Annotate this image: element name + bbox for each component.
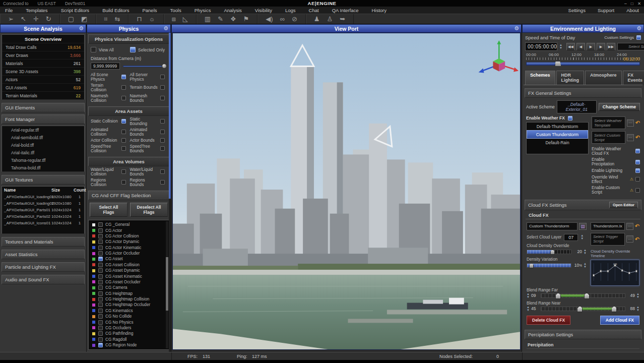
- marquee-select-icon[interactable]: ▢: [68, 16, 74, 22]
- font-list-item[interactable]: Tahoma-bold.tff: [2, 164, 84, 171]
- physics-checkbox[interactable]: [121, 75, 126, 79]
- font-list-item[interactable]: Arial-semibold.tff: [2, 134, 84, 141]
- gear-icon[interactable]: ⚙: [163, 25, 168, 32]
- gear-icon[interactable]: ⚙: [636, 25, 641, 32]
- library-panels-icon[interactable]: ▥: [205, 16, 211, 22]
- select-all-flags-button[interactable]: Select All Flags: [90, 203, 127, 217]
- flag-row[interactable]: CG Heightmap: [89, 291, 169, 296]
- scheme-list-item[interactable]: Default-Rain: [527, 139, 588, 146]
- flag-checkbox[interactable]: [98, 280, 103, 284]
- flag-row[interactable]: CG Actor Kinematic: [89, 245, 169, 251]
- env-tab[interactable]: FX Events: [623, 71, 644, 85]
- deselect-all-flags-button[interactable]: Deselect All Flags: [130, 203, 168, 217]
- blend-near-low-stepper[interactable]: ▲▼: [527, 306, 530, 312]
- play-button[interactable]: ▶: [587, 43, 595, 50]
- env-tab[interactable]: Schemes: [525, 71, 555, 85]
- close-button[interactable]: ✕: [637, 1, 641, 6]
- toggle-checkbox[interactable]: [635, 149, 640, 153]
- density-override-stepper[interactable]: ▲▼: [584, 249, 587, 255]
- physics-checkbox[interactable]: [121, 85, 126, 90]
- flag-checkbox[interactable]: [98, 239, 103, 244]
- toggle-checkbox[interactable]: [635, 160, 640, 164]
- flag-checkbox[interactable]: [98, 268, 103, 273]
- physics-checkbox[interactable]: [160, 85, 165, 90]
- menu-item[interactable]: Chat: [309, 8, 319, 13]
- font-list-item[interactable]: Arial-bold.tff: [2, 141, 84, 149]
- menu-item-right[interactable]: Settings: [568, 8, 586, 13]
- browse-custom-script-button[interactable]: ···: [627, 134, 634, 141]
- walk-out-icon[interactable]: ♙: [327, 16, 333, 22]
- cloud-layer-value[interactable]: 07: [564, 234, 578, 241]
- distance-slider[interactable]: [123, 64, 167, 68]
- cloud-name-field[interactable]: Custom Thunderstorm: [527, 222, 577, 230]
- physics-checkbox[interactable]: [121, 119, 126, 124]
- ramp-icon[interactable]: ◺: [183, 16, 188, 22]
- flag-checkbox[interactable]: [98, 222, 103, 227]
- snap-grid-icon[interactable]: ⌗: [104, 16, 107, 22]
- rewind-button[interactable]: ◀◀: [566, 43, 575, 50]
- range-handle-high[interactable]: [611, 306, 617, 312]
- blend-far-slider[interactable]: ▲▼ 09 49 ▲▼: [527, 293, 639, 298]
- density-override-slider[interactable]: 20 ▲▼: [527, 249, 587, 255]
- flag-row[interactable]: CG Ragdoll: [89, 337, 169, 342]
- flag-checkbox[interactable]: [98, 257, 103, 261]
- undo-icon[interactable]: ↶: [635, 236, 639, 242]
- physics-checkbox[interactable]: [121, 138, 126, 143]
- physics-checkbox[interactable]: [121, 180, 126, 185]
- flag-checkbox[interactable]: [98, 251, 103, 256]
- trigger-script-field[interactable]: Select Trigger Script: [591, 233, 625, 246]
- flag-row[interactable]: CG Heightmap Occluder: [89, 302, 169, 308]
- viewport-scene[interactable]: [172, 33, 521, 350]
- physics-checkbox[interactable]: [160, 119, 165, 124]
- open-editor-button[interactable]: Open Editor: [609, 202, 638, 208]
- step-forward-button[interactable]: ▶: [597, 43, 605, 50]
- section-gui-elements[interactable]: GUI Elements: [2, 103, 85, 112]
- browse-template-button[interactable]: ···: [627, 119, 634, 127]
- time-stepper[interactable]: ▲▼: [559, 44, 562, 49]
- toggle-checkbox[interactable]: [635, 188, 640, 193]
- flag-checkbox[interactable]: [98, 331, 103, 336]
- blend-far-high-stepper[interactable]: ▲▼: [636, 293, 639, 298]
- gear-icon[interactable]: ⚙: [79, 25, 84, 32]
- align-objects-icon[interactable]: ⇆: [115, 16, 120, 22]
- weather-template-field[interactable]: Select Weather Template: [592, 116, 625, 129]
- flag-checkbox[interactable]: [98, 326, 103, 330]
- crop-tool-icon[interactable]: ◩: [81, 16, 87, 22]
- blend-far-low-stepper[interactable]: ▲▼: [527, 293, 530, 298]
- section-font-manager[interactable]: Font Manager: [2, 114, 85, 124]
- magnet-snap-icon[interactable]: ⊓: [137, 16, 142, 22]
- flag-checkbox[interactable]: [98, 246, 103, 250]
- flag-row[interactable]: CG Asset Occluder: [89, 279, 169, 285]
- change-scheme-button[interactable]: Change Scheme: [599, 103, 640, 111]
- section-gui-textures[interactable]: GUI Textures: [2, 175, 85, 185]
- menu-item-right[interactable]: About: [626, 8, 639, 13]
- font-list-item[interactable]: Arial-italic.tff: [2, 149, 84, 156]
- active-scheme-value[interactable]: _Default-Exterior_01: [557, 100, 597, 113]
- link-icon[interactable]: ∞: [280, 16, 285, 22]
- browse-cloud-script-button[interactable]: ···: [626, 223, 633, 230]
- path-query-icon[interactable]: ➥: [340, 16, 345, 22]
- flag-row[interactable]: CG Actor Occluder: [89, 251, 169, 256]
- physics-checkbox[interactable]: [121, 130, 126, 134]
- undo-icon[interactable]: ↶: [635, 135, 640, 140]
- flag-row[interactable]: CG Actor Collision: [89, 233, 169, 239]
- toggle-checkbox[interactable]: [635, 168, 640, 173]
- time-field[interactable]: 00:05:00:00: [525, 42, 557, 51]
- range-handle-low[interactable]: [577, 306, 583, 312]
- physics-checkbox[interactable]: [160, 146, 165, 151]
- fast-forward-button[interactable]: ▶▶: [607, 43, 615, 50]
- flag-row[interactable]: CG Actor: [89, 227, 169, 233]
- flag-checkbox[interactable]: [98, 234, 103, 238]
- flag-checkbox[interactable]: [98, 302, 103, 307]
- range-handle-high[interactable]: [584, 293, 590, 299]
- flag-row[interactable]: CG Asset: [89, 256, 169, 262]
- cursor-select-icon[interactable]: ↖: [21, 16, 26, 22]
- flag-selection-title[interactable]: CG And CFF Flag Selection: [88, 191, 169, 200]
- cloud-layer-stepper[interactable]: ▲▼: [581, 234, 584, 240]
- pivot-light-icon[interactable]: ☼: [149, 16, 155, 22]
- time-of-day-slider[interactable]: 06:12:00: [526, 61, 640, 67]
- undo-icon[interactable]: ↶: [635, 223, 639, 229]
- percipitation-settings-bar[interactable]: Percipitation Settings: [525, 330, 641, 339]
- texture-row[interactable]: _APXDefaultGUI_Parts01 1024x1024 1: [2, 207, 84, 213]
- annotate-icon[interactable]: ✎: [218, 16, 223, 22]
